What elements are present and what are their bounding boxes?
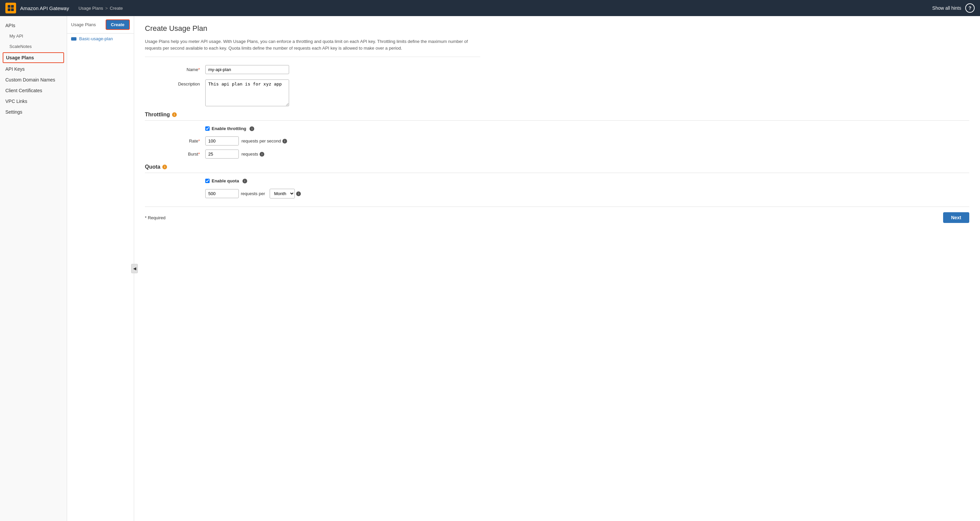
sidebar-item-client-certificates[interactable]: Client Certificates (0, 85, 67, 96)
sidebar-item-vpc-links[interactable]: VPC Links (0, 96, 67, 106)
enable-throttling-checkbox[interactable] (205, 126, 210, 131)
breadcrumb-parent[interactable]: Usage Plans (78, 6, 103, 11)
main-content: Create Usage Plan Usage Plans help you m… (134, 16, 980, 521)
description-textarea[interactable]: This api plan is for xyz app (205, 79, 289, 106)
requests-per-label: requests per (241, 191, 265, 196)
throttling-enable-info-icon[interactable]: i (250, 126, 254, 131)
left-panel: Usage Plans Create ◀ Basic-usage-plan (67, 16, 134, 521)
quota-input[interactable] (205, 189, 239, 198)
name-field-group: Name* (145, 65, 969, 74)
breadcrumb: Usage Plans > Create (78, 6, 123, 11)
top-navigation: Amazon API Gateway Usage Plans > Create … (0, 0, 980, 16)
aws-logo (5, 3, 16, 13)
quota-info-icon[interactable]: i (162, 165, 167, 169)
app-title: Amazon API Gateway (20, 5, 69, 11)
svg-rect-3 (11, 8, 14, 11)
quota-section-header: Quota i (145, 164, 969, 170)
burst-input[interactable] (205, 149, 239, 159)
list-item[interactable]: Basic-usage-plan (67, 33, 134, 44)
throttling-divider (145, 120, 969, 121)
collapse-panel-button[interactable]: ◀ (131, 264, 138, 273)
enable-quota-checkbox[interactable] (205, 179, 210, 183)
nav-right: Show all hints ? (932, 3, 975, 13)
svg-rect-1 (11, 5, 14, 8)
svg-rect-2 (8, 8, 10, 11)
sidebar-item-custom-domain-names[interactable]: Custom Domain Names (0, 75, 67, 85)
burst-label: Burst* (145, 151, 205, 157)
quota-period-select[interactable]: Day Week Month (270, 189, 295, 199)
enable-quota-row: Enable quota i (205, 178, 969, 183)
rate-field-row: Rate* requests per second i (145, 137, 969, 146)
quota-label: Quota (145, 164, 160, 170)
left-panel-header: Usage Plans Create (67, 16, 134, 33)
burst-info-icon[interactable]: i (259, 152, 264, 157)
rate-info-icon[interactable]: i (282, 139, 287, 143)
quota-period-info-icon[interactable]: i (296, 191, 301, 196)
quota-divider (145, 173, 969, 173)
sidebar-item-settings[interactable]: Settings (0, 106, 67, 118)
enable-throttling-row: Enable throttling i (205, 126, 969, 131)
show-hints-button[interactable]: Show all hints (932, 5, 961, 11)
required-note: * Required (145, 215, 165, 220)
sidebar-item-usage-plans[interactable]: Usage Plans (3, 52, 64, 63)
description-label: Description (145, 79, 205, 86)
breadcrumb-separator: > (105, 6, 108, 11)
burst-unit: requests (242, 151, 258, 157)
quota-value-row: requests per Day Week Month i (205, 189, 969, 199)
plan-name[interactable]: Basic-usage-plan (79, 36, 113, 41)
rate-unit: requests per second (242, 138, 281, 143)
quota-enable-info-icon[interactable]: i (242, 179, 247, 183)
name-label: Name* (145, 65, 205, 72)
enable-throttling-label: Enable throttling (212, 126, 246, 131)
sidebar-item-api-keys[interactable]: API Keys (0, 64, 67, 75)
sidebar: APIs My API ScaleNotes Usage Plans API K… (0, 16, 67, 521)
left-panel-title: Usage Plans (71, 22, 96, 27)
sidebar-item-scalenotes[interactable]: ScaleNotes (0, 41, 67, 52)
description-field-group: Description This api plan is for xyz app (145, 79, 969, 106)
page-description: Usage Plans help you meter API usage. Wi… (145, 38, 480, 57)
app-layout: APIs My API ScaleNotes Usage Plans API K… (0, 16, 980, 521)
form-footer: * Required Next (145, 206, 969, 228)
plan-icon (71, 37, 76, 41)
svg-rect-0 (8, 5, 10, 8)
rate-label: Rate* (145, 138, 205, 143)
throttling-label: Throttling (145, 112, 170, 118)
page-title: Create Usage Plan (145, 24, 969, 33)
name-input[interactable] (205, 65, 289, 74)
nav-left: Amazon API Gateway Usage Plans > Create (5, 3, 123, 13)
panel-area: Usage Plans Create ◀ Basic-usage-plan Cr… (67, 16, 980, 521)
create-button[interactable]: Create (106, 19, 130, 30)
sidebar-item-my-api[interactable]: My API (0, 31, 67, 41)
rate-input[interactable] (205, 137, 239, 146)
breadcrumb-current: Create (110, 6, 123, 11)
next-button[interactable]: Next (943, 212, 969, 223)
sidebar-item-apis[interactable]: APIs (0, 20, 67, 31)
burst-field-row: Burst* requests i (145, 149, 969, 159)
throttling-section-header: Throttling i (145, 112, 969, 118)
throttling-info-icon[interactable]: i (172, 112, 177, 117)
help-button[interactable]: ? (965, 3, 975, 13)
enable-quota-label: Enable quota (212, 178, 239, 183)
